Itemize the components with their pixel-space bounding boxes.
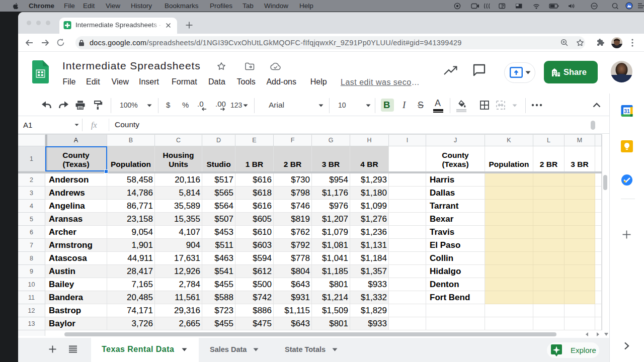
svg-text:31: 31 bbox=[624, 108, 630, 114]
